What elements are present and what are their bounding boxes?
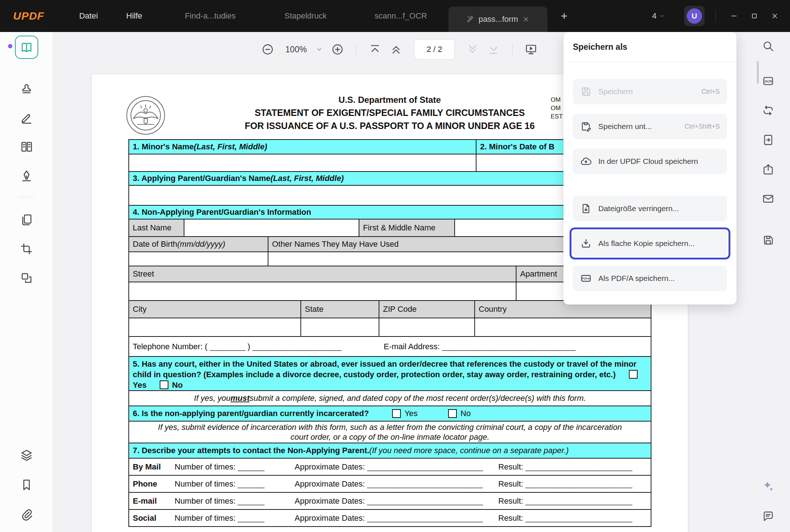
menu-item-als-flache-kopie[interactable]: Als flache Kopie speichern... xyxy=(573,231,727,256)
last-name-input-cell[interactable] xyxy=(184,219,359,236)
layers-icon[interactable] xyxy=(20,448,33,462)
save-menu-divider xyxy=(563,62,737,62)
sidebar-divider xyxy=(19,197,35,197)
edit-pencil-icon[interactable] xyxy=(20,111,33,124)
city-label-cell: City xyxy=(129,301,300,318)
menu-item-dateigroesse-verringern[interactable]: Dateigröße verringern... xyxy=(573,196,727,221)
close-icon xyxy=(771,12,779,20)
menu-item-cloud-speichern[interactable]: In der UPDF Cloud speichern xyxy=(573,149,727,174)
country-input-cell[interactable] xyxy=(474,318,651,336)
row-contact-bymail: By Mail Number of times: ______ Approxim… xyxy=(129,458,651,475)
contact-cell[interactable]: E-mail Number of times: ______ Approxima… xyxy=(129,493,651,509)
menu-item-speichern-unter[interactable]: Speichern unt... Ctrl+Shift+S xyxy=(573,114,727,139)
previous-page-button[interactable] xyxy=(390,43,402,56)
minor-name-header-cell: 1. Minor's Name (Last, First, Middle) xyxy=(129,140,476,154)
tab-count-button[interactable]: 4 xyxy=(652,11,665,21)
account-button[interactable]: U xyxy=(684,6,705,26)
mail-icon[interactable] xyxy=(762,193,774,205)
right-sidebar-bottom xyxy=(762,480,774,523)
tab-scann-ocr[interactable]: scann...f_OCR xyxy=(353,0,448,32)
minor-name-input-cell[interactable] xyxy=(129,154,476,171)
bookmark-icon[interactable] xyxy=(20,478,33,491)
contact-cell[interactable]: Phone Number of times: ______ Approximat… xyxy=(129,476,651,492)
q5-cell: 5. Has any court, either in the United S… xyxy=(129,357,651,390)
q5-no-label: No xyxy=(172,380,183,390)
pdfa-icon: PDF/A xyxy=(580,273,592,284)
q6-yes-checkbox[interactable] xyxy=(392,409,401,418)
q5-yes-label: Yes xyxy=(133,380,147,390)
last-name-label-cell: Last Name xyxy=(129,219,184,236)
chat-feedback-icon[interactable] xyxy=(762,510,774,523)
dob-input-cell[interactable] xyxy=(129,252,268,266)
zoom-in-button[interactable] xyxy=(331,43,344,56)
export-file-icon[interactable] xyxy=(762,134,774,146)
q6-yes-label: Yes xyxy=(404,409,418,418)
go-first-page-button[interactable] xyxy=(369,43,381,56)
toolbar-divider xyxy=(356,44,356,55)
cloud-upload-icon xyxy=(580,156,592,167)
row-phone-email: Telephone Number: ( ________ ) _________… xyxy=(129,336,651,356)
first-middle-label-cell: First & Middle Name xyxy=(359,219,454,236)
sidebar-item-reader[interactable] xyxy=(15,36,38,59)
menu-item-als-pdfa[interactable]: PDF/A Als PDF/A speichern... xyxy=(573,266,727,291)
q6-cell: 6. Is the non-applying parent/guardian c… xyxy=(129,406,651,421)
close-tab-icon[interactable] xyxy=(522,16,530,23)
crop-icon[interactable] xyxy=(20,242,33,255)
tab-strip: Find-a...tudies Stapeldruck scann...f_OC… xyxy=(163,0,547,32)
chevron-down-icon xyxy=(659,13,665,19)
omb-fragments: OM OM EST xyxy=(551,96,563,121)
toolbar-divider xyxy=(512,44,512,55)
menu-item-speichern[interactable]: Speichern Ctrl+S xyxy=(573,79,727,104)
convert-sync-icon[interactable] xyxy=(762,104,774,117)
go-last-page-button[interactable] xyxy=(487,43,500,56)
contact-cell[interactable]: Social Number of times: ______ Approxima… xyxy=(129,510,651,526)
q6-no-checkbox[interactable] xyxy=(448,409,457,418)
dob-label-cell: Date of Birth (mm/dd/yyyy) xyxy=(129,237,268,251)
share-icon[interactable] xyxy=(762,163,774,176)
street-input-cell[interactable] xyxy=(129,282,516,300)
presentation-button[interactable] xyxy=(525,43,537,56)
zoom-out-button[interactable] xyxy=(262,43,274,56)
menu-datei[interactable]: Datei xyxy=(79,11,98,21)
save-menu-title: Speichern als xyxy=(573,42,727,53)
left-sidebar xyxy=(0,32,53,532)
shortcut-label: Ctrl+Shift+S xyxy=(685,123,720,130)
q5-yes-checkbox[interactable] xyxy=(629,370,638,379)
state-input-cell[interactable] xyxy=(300,318,379,336)
selected-item-highlight-ring: Als flache Kopie speichern... xyxy=(570,227,730,259)
zip-input-cell[interactable] xyxy=(379,318,474,336)
tab-pass-form[interactable]: pass...form xyxy=(448,7,547,32)
minimize-button[interactable] xyxy=(724,6,744,26)
menu-hilfe[interactable]: Hilfe xyxy=(126,11,142,21)
search-icon[interactable] xyxy=(762,40,774,52)
next-page-button[interactable] xyxy=(466,43,479,56)
comment-stamp-icon[interactable] xyxy=(20,82,33,95)
tab-find-a-studies[interactable]: Find-a...tudies xyxy=(163,0,258,32)
zoom-dropdown-chevron-icon[interactable] xyxy=(316,46,323,53)
ocr-icon[interactable]: OCR xyxy=(762,75,774,87)
contact-cell[interactable]: By Mail Number of times: ______ Approxim… xyxy=(129,459,651,475)
new-tab-button[interactable]: + xyxy=(557,9,571,23)
page-indicator-input[interactable]: 2 / 2 xyxy=(414,39,455,60)
row-contact-phone: Phone Number of times: ______ Approximat… xyxy=(129,475,651,492)
telephone-label: Telephone Number: ( ________ ) _________… xyxy=(133,342,384,351)
saved-copy-icon[interactable] xyxy=(762,234,774,246)
close-window-button[interactable] xyxy=(765,6,785,26)
city-input-cell[interactable] xyxy=(129,318,300,336)
q5-no-checkbox[interactable] xyxy=(160,380,168,389)
row-contact-social: Social Number of times: ______ Approxima… xyxy=(129,509,651,526)
scrollbar-thumb[interactable] xyxy=(757,61,759,84)
updf-ai-icon[interactable] xyxy=(762,480,774,493)
fill-sign-icon[interactable] xyxy=(20,169,33,182)
convert-icon[interactable] xyxy=(20,271,33,285)
attachment-paperclip-icon[interactable] xyxy=(20,508,33,521)
phone-email-cell[interactable]: Telephone Number: ( ________ ) _________… xyxy=(129,337,651,356)
q7-cell: 7. Describe your attempts to contact the… xyxy=(129,443,651,458)
q6-no-label: No xyxy=(460,409,471,418)
maximize-button[interactable] xyxy=(744,6,765,26)
tab-stapeldruck[interactable]: Stapeldruck xyxy=(258,0,353,32)
organize-pages-icon[interactable] xyxy=(20,140,33,153)
zoom-level: 100% xyxy=(286,45,307,55)
titlebar-divider xyxy=(715,10,716,22)
pages-copy-icon[interactable] xyxy=(20,213,33,226)
